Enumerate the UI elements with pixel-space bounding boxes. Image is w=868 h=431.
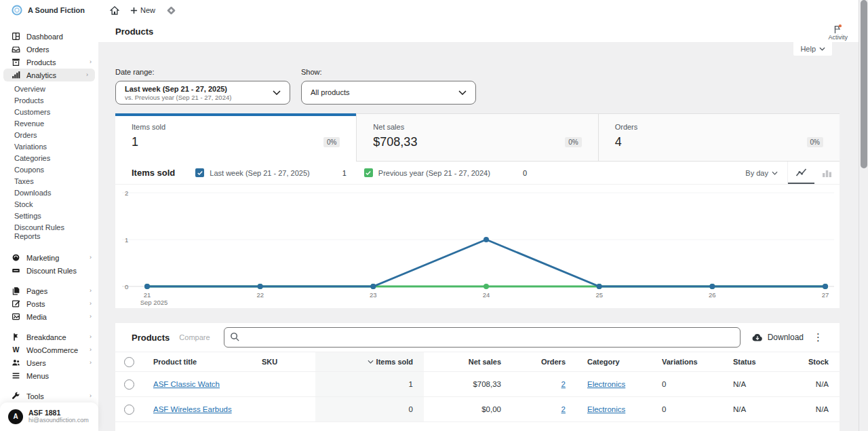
sidebar-item-users[interactable]: Users› [0, 356, 98, 369]
activity-button[interactable]: Activity [828, 22, 848, 41]
home-icon[interactable] [110, 6, 119, 15]
sidebar-item-dashboard[interactable]: Dashboard [0, 30, 98, 43]
tools-icon [11, 392, 20, 401]
link-orders[interactable]: 2 [561, 405, 566, 413]
sidebar-subitem-variations[interactable]: Variations [0, 141, 98, 153]
cell-variations: 0 [651, 397, 722, 421]
sidebar-subitem-overview[interactable]: Overview [0, 83, 98, 95]
link-category[interactable]: Electronics [587, 405, 625, 413]
link-product-title[interactable]: ASF Classic Watch [153, 380, 220, 388]
chevron-down-icon [458, 90, 467, 95]
sidebar-item-label: Posts [26, 300, 45, 308]
select-all-radio[interactable] [124, 357, 134, 367]
sidebar-subitem-taxes[interactable]: Taxes [0, 176, 98, 187]
sidebar-group: Breakdance›WWooCommerce›Users›Menus [0, 331, 98, 382]
column-header-label: Stock [808, 358, 829, 366]
line-chart[interactable]: 01221222324252627Sep 2025 [115, 185, 840, 308]
line-chart-toggle[interactable] [788, 162, 814, 184]
sidebar-item-breakdance[interactable]: Breakdance› [0, 331, 98, 343]
column-header-category[interactable]: Category [576, 352, 651, 371]
sidebar-subitem-orders[interactable]: Orders [0, 130, 98, 141]
chevron-right-icon: › [90, 334, 92, 340]
summary-tile-label: Items sold [132, 123, 340, 131]
new-button[interactable]: New [130, 6, 155, 14]
sidebar-item-discount-rules[interactable]: Discount Rules [0, 264, 98, 277]
sidebar-item-posts[interactable]: Posts› [0, 297, 98, 310]
link-orders[interactable]: 2 [561, 380, 566, 388]
site-logo[interactable]: A Sound Fiction [0, 5, 98, 16]
chevron-right-icon: › [90, 393, 92, 399]
download-button[interactable]: Download [751, 333, 804, 342]
sidebar-item-woocommerce[interactable]: WWooCommerce› [0, 343, 98, 356]
scrollbar-thumb[interactable] [861, 0, 867, 168]
link-product-title[interactable]: ASF Wireless Earbuds [153, 405, 232, 413]
media-icon [11, 312, 20, 322]
sidebar-item-analytics[interactable]: Analytics› [3, 69, 95, 81]
interval-select[interactable]: By day [745, 169, 787, 177]
svg-text:27: 27 [822, 291, 829, 299]
column-header-sku[interactable]: SKU [251, 352, 315, 371]
sidebar-item-label: Marketing [26, 254, 59, 262]
column-header-status[interactable]: Status [722, 352, 790, 371]
cell-stock: N/A [790, 372, 840, 396]
sidebar-subitem-stock[interactable]: Stock [0, 199, 98, 210]
help-button[interactable]: Help [793, 42, 832, 56]
compare-button[interactable]: Compare [179, 333, 210, 341]
cell-stock: N/A [790, 397, 840, 421]
sidebar-subitem-products[interactable]: Products [0, 95, 98, 107]
sidebar-item-label: Orders [26, 45, 50, 54]
page-header: Products Activity [98, 20, 859, 42]
user-card[interactable]: A ASF 1881 hi@asoundfiction.com [0, 402, 98, 431]
legend-item-last-week-sep-21-27-2025[interactable]: Last week (Sep 21 - 27, 2025)1 [195, 168, 347, 177]
sidebar-item-pages[interactable]: Pages› [0, 284, 98, 297]
sidebar-item-orders[interactable]: Orders [0, 43, 98, 56]
legend-item-previous-year-sep-21-27-2024[interactable]: Previous year (Sep 21 - 27, 2024)0 [364, 168, 527, 177]
table-menu-button[interactable]: ⋮ [806, 331, 830, 343]
page-title: Products [115, 26, 153, 37]
column-header-orders[interactable]: Orders [512, 352, 576, 371]
column-header-items-sold[interactable]: Items sold [315, 352, 424, 371]
sidebar-subitem-coupons[interactable]: Coupons [0, 164, 98, 176]
date-range-select[interactable]: Last week (Sep 21 - 27, 2025) vs. Previo… [115, 81, 290, 105]
breakdance-mode-icon[interactable] [166, 5, 176, 16]
sidebar-item-products[interactable]: Products› [0, 56, 98, 69]
svg-text:24: 24 [483, 291, 490, 299]
sidebar-item-marketing[interactable]: Marketing› [0, 251, 98, 264]
show-select[interactable]: All products [301, 81, 476, 105]
sidebar-item-tools[interactable]: Tools› [0, 390, 98, 402]
page-scrollbar[interactable] [859, 0, 868, 431]
posts-icon [11, 299, 20, 309]
sidebar-subitem-downloads[interactable]: Downloads [0, 187, 98, 199]
bar-chart-toggle[interactable] [814, 162, 840, 184]
cell-product-title: ASF Wireless Earbuds [142, 397, 251, 421]
column-header-variations[interactable]: Variations [651, 352, 722, 371]
sidebar-subitem-settings[interactable]: Settings [0, 210, 98, 222]
link-category[interactable]: Electronics [587, 380, 625, 388]
sidebar-item-label: WooCommerce [26, 346, 78, 354]
sidebar-subitem-categories[interactable]: Categories [0, 153, 98, 164]
column-header-net-sales[interactable]: Net sales [424, 352, 512, 371]
cell-category: Electronics [576, 372, 651, 396]
summary-tile-net-sales[interactable]: Net sales$708,330% [356, 113, 597, 162]
search-input[interactable] [224, 327, 741, 348]
sidebar-group: Pages›Posts›Media› [0, 284, 98, 323]
summary-tile-items-sold[interactable]: Items sold10% [115, 113, 356, 162]
cell-net-sales: $708,33 [424, 372, 512, 396]
sidebar-subitem-revenue[interactable]: Revenue [0, 118, 98, 130]
row-select-radio[interactable] [124, 405, 134, 415]
chevron-right-icon: › [90, 314, 92, 320]
sidebar-item-media[interactable]: Media› [0, 310, 98, 323]
column-header-product-title[interactable]: Product title [142, 352, 251, 371]
summary-tile-delta-badge: 0% [565, 137, 581, 147]
column-header-stock[interactable]: Stock [790, 352, 840, 371]
sidebar-item-menus[interactable]: Menus [0, 369, 98, 382]
table-row: ASF Classic Watch1$708,332Electronics0N/… [115, 372, 840, 397]
cell-variations: 0 [651, 372, 722, 396]
date-range-value: Last week (Sep 21 - 27, 2025) [125, 85, 231, 94]
row-select-radio[interactable] [124, 379, 134, 390]
summary-tile-orders[interactable]: Orders40% [598, 113, 840, 162]
legend-label: Previous year (Sep 21 - 27, 2024) [378, 169, 490, 177]
sidebar-subitem-customers[interactable]: Customers [0, 107, 98, 118]
site-name[interactable]: A Sound Fiction [28, 6, 85, 14]
sidebar-subitem-discount-rules-reports[interactable]: Discount Rules Reports [0, 222, 98, 242]
